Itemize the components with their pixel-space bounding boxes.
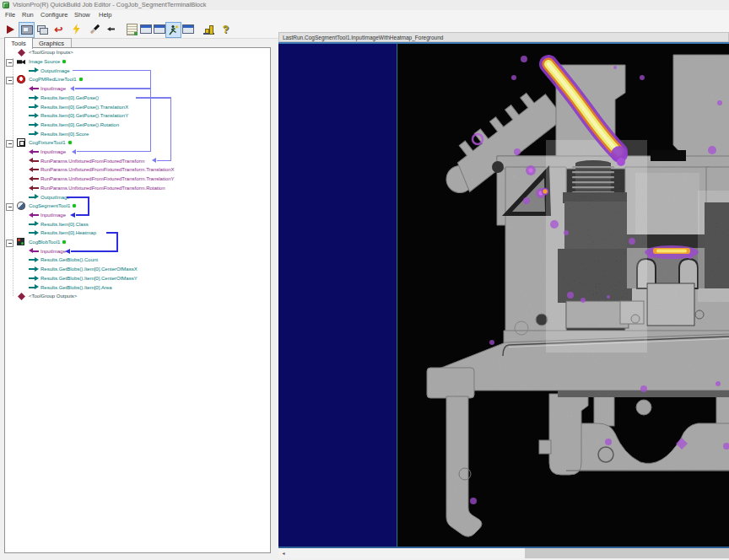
run-tools-button[interactable] bbox=[165, 22, 181, 38]
window-icon bbox=[140, 24, 152, 34]
window-icon bbox=[154, 24, 165, 34]
display-window-button[interactable] bbox=[181, 22, 195, 36]
tree-terminal-outputimage[interactable]: OutputImage bbox=[5, 192, 70, 202]
heatmap-image[interactable] bbox=[397, 44, 729, 547]
menu-bar: File Run Configure Show Help bbox=[0, 10, 729, 20]
source-window-button[interactable] bbox=[138, 22, 153, 36]
collapse-box[interactable] bbox=[6, 77, 14, 84]
tree-terminal-transform-translationx[interactable]: RunParams.UnfixturedFromFixturedTransfor… bbox=[5, 165, 175, 175]
tree-terminal-outputimage[interactable]: OutputImage bbox=[5, 66, 70, 75]
window-title: VisionPro(R) QuickBuild Job Editor - Cog… bbox=[13, 1, 207, 8]
output-arrow-icon bbox=[29, 267, 39, 272]
tree-terminal-blob-count[interactable]: Results.GetBlobs().Count bbox=[5, 256, 98, 265]
tree-terminal-inputimage[interactable]: InputImage bbox=[5, 246, 66, 256]
chart-posture-button[interactable] bbox=[202, 22, 216, 36]
reset-job-button[interactable]: ↩ bbox=[51, 22, 66, 36]
tree-item-cogblobtool1[interactable]: CogBlobTool1 bbox=[5, 238, 66, 247]
output-arrow-icon bbox=[29, 67, 39, 73]
collapse-box[interactable] bbox=[6, 203, 14, 211]
display-caption: LastRun.CogSegmentTool1.InputImageWithHe… bbox=[283, 35, 443, 40]
collapse-box[interactable] bbox=[6, 240, 14, 247]
tree-terminal-inputimage[interactable]: InputImage bbox=[5, 84, 66, 94]
menu-file[interactable]: File bbox=[5, 11, 15, 19]
collapse-box[interactable] bbox=[6, 140, 14, 148]
image-window-button[interactable] bbox=[152, 22, 166, 36]
menu-help[interactable]: Help bbox=[99, 11, 111, 19]
fixture-tool-icon bbox=[17, 138, 25, 147]
tab-tools[interactable]: Tools bbox=[4, 37, 33, 49]
toolgroup-icon bbox=[18, 49, 25, 57]
input-arrow-icon bbox=[29, 149, 39, 155]
tree-item-toolgroup-outputs[interactable]: <ToolGroup Outputs> bbox=[5, 292, 77, 301]
tree-terminal-inputimage[interactable]: InputImage bbox=[5, 211, 66, 220]
tree-terminal-score[interactable]: Results.Item[0].Score bbox=[5, 129, 89, 138]
windows-stack-icon bbox=[37, 25, 47, 34]
modified-star bbox=[62, 240, 66, 244]
tree-item-toolgroup-inputs[interactable]: <ToolGroup Inputs> bbox=[5, 48, 73, 57]
tree-terminal-blob-area[interactable]: Results.GetBlobs().Item[0].Area bbox=[5, 283, 112, 292]
tree-terminal-class[interactable]: Results.Item[0].Class bbox=[5, 219, 89, 229]
connector-line-thick bbox=[76, 214, 89, 216]
modified-star bbox=[62, 60, 66, 63]
display-caption-bar: LastRun.CogSegmentTool1.InputImageWithHe… bbox=[278, 32, 729, 42]
tree-item-cogpmredlinetool1[interactable]: CogPMRedLineTool1 bbox=[5, 75, 83, 84]
modified-star bbox=[79, 78, 83, 81]
connector-line-thick bbox=[88, 197, 89, 216]
tree-item-image-source[interactable]: Image Source bbox=[5, 57, 66, 67]
tree-terminal-centerofmassy[interactable]: Results.GetBlobs().Item[0].CenterOfMassY bbox=[5, 274, 138, 283]
connector-line bbox=[77, 151, 150, 152]
menu-configure[interactable]: Configure bbox=[40, 11, 68, 19]
connector-line-thick bbox=[67, 197, 89, 198]
small-arrow-icon bbox=[107, 27, 115, 31]
tree-terminal-translationx[interactable]: Results.Item[0].GetPose().TranslationX bbox=[5, 102, 128, 111]
connector-arrow-icon bbox=[65, 249, 70, 254]
scrollbar-thumb[interactable] bbox=[525, 548, 729, 558]
output-arrow-icon bbox=[29, 276, 39, 282]
running-man-icon bbox=[168, 24, 179, 35]
app-icon bbox=[3, 2, 9, 8]
image-viewer[interactable] bbox=[278, 44, 729, 547]
camera-tool-icon bbox=[17, 58, 25, 65]
job-notes-button[interactable] bbox=[125, 22, 139, 36]
tree-item-cogsegmenttool1[interactable]: CogSegmentTool1 bbox=[5, 202, 76, 211]
output-arrow-icon bbox=[29, 257, 39, 263]
output-arrow-icon bbox=[29, 221, 39, 227]
tree-terminal-getpose[interactable]: Results.Item[0].GetPose() bbox=[5, 94, 99, 103]
tree-terminal-transform-rotation[interactable]: RunParams.UnfixturedFromFixturedTransfor… bbox=[5, 184, 165, 193]
connector-line-thick bbox=[71, 250, 118, 252]
tree-terminal-translationy[interactable]: Results.Item[0].GetPose().TranslationY bbox=[5, 111, 128, 121]
run-job-button[interactable] bbox=[3, 22, 18, 36]
input-arrow-icon bbox=[29, 248, 39, 254]
toolgroup-icon bbox=[18, 293, 25, 300]
power-button[interactable] bbox=[69, 22, 84, 36]
help-button[interactable]: ? bbox=[219, 22, 233, 36]
graphics-brush-button[interactable] bbox=[88, 22, 102, 36]
modified-star bbox=[73, 204, 76, 207]
copy-display-button[interactable] bbox=[35, 22, 49, 36]
tool-tree-panel: <ToolGroup Inputs> Image Source OutputIm… bbox=[4, 47, 271, 553]
tree-terminal-inputimage[interactable]: InputImage bbox=[5, 148, 66, 157]
undo-arrow-icon: ↩ bbox=[54, 24, 62, 35]
tree-terminal-transform-translationy[interactable]: RunParams.UnfixturedFromFixturedTransfor… bbox=[5, 175, 175, 184]
play-icon bbox=[7, 25, 14, 34]
title-bar[interactable]: VisionPro(R) QuickBuild Job Editor - Cog… bbox=[0, 0, 729, 10]
modified-star bbox=[68, 141, 72, 144]
scroll-left-arrow-icon[interactable]: ◂ bbox=[278, 548, 289, 558]
tree-terminal-unfixtured-transform[interactable]: RunParams.UnfixturedFromFixturedTransfor… bbox=[5, 156, 144, 165]
output-arrow-icon bbox=[29, 194, 39, 200]
horizontal-scrollbar[interactable]: ◂ bbox=[278, 548, 729, 558]
live-display-button[interactable] bbox=[19, 22, 35, 38]
quickbuild-job-editor-window: VisionPro(R) QuickBuild Job Editor - Cog… bbox=[0, 0, 729, 560]
connector-line bbox=[170, 97, 171, 161]
connector-arrow-icon bbox=[70, 213, 75, 218]
tree-terminal-heatmap[interactable]: Results.Item[0].Heatmap bbox=[5, 229, 96, 238]
tree-terminal-rotation[interactable]: Results.Item[0].GetPose().Rotation bbox=[5, 121, 119, 130]
tree-item-cogfixturetool1[interactable]: CogFixtureTool1 bbox=[5, 138, 72, 148]
pointer-button[interactable] bbox=[104, 22, 118, 36]
menu-run[interactable]: Run bbox=[22, 11, 34, 19]
menu-show[interactable]: Show bbox=[74, 11, 90, 19]
connector-line bbox=[157, 160, 171, 161]
collapse-box[interactable] bbox=[6, 59, 14, 67]
blob-tool-icon bbox=[17, 238, 24, 245]
tree-terminal-centerofmassx[interactable]: Results.GetBlobs().Item[0].CenterOfMassX bbox=[5, 265, 138, 274]
